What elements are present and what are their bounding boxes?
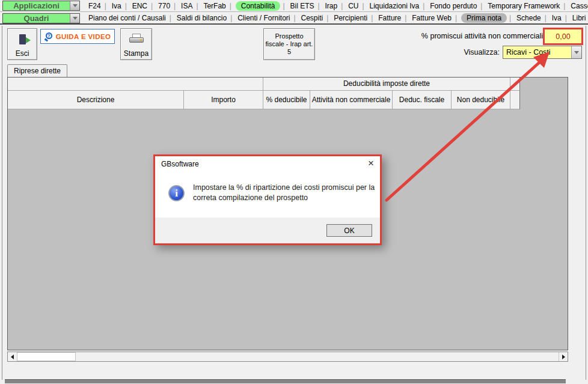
magnifier-question-icon: ? xyxy=(44,32,53,41)
header-group-deducibilita: Deducibilità imposte dirette xyxy=(263,78,510,91)
menu-tabs-row2: Piano dei conti / Causali Saldi di bilan… xyxy=(80,13,588,23)
scroll-right-arrow-icon[interactable] xyxy=(559,352,568,361)
menu-tab-isa[interactable]: ISA xyxy=(180,1,194,11)
visualizza-label: Visualizza: xyxy=(454,48,500,56)
gbsoftware-message-dialog: GBsoftware × i Impostare la % di riparti… xyxy=(153,154,382,245)
menu-tab-fatture[interactable]: Fatture xyxy=(377,13,402,23)
promiscui-percent-field[interactable]: 0,00 xyxy=(543,28,583,45)
dialog-footer: OK xyxy=(155,218,380,243)
window-border-left xyxy=(2,26,2,380)
table-header: Deducibilità imposte dirette Descrizione… xyxy=(8,78,520,109)
menu-tabs-row1: F24 Iva ENC 770 ISA TerFab Contabilità B… xyxy=(80,1,588,11)
header-filler-cell xyxy=(510,78,520,91)
menu-tab-schede[interactable]: Schede xyxy=(515,13,542,23)
guida-label: GUIDA E VIDEO xyxy=(56,33,111,40)
stampa-button[interactable]: Stampa xyxy=(120,28,152,60)
menu-row-quadri: Quadri Piano dei conti / Causali Saldi d… xyxy=(0,13,588,25)
menu-tab-terfab[interactable]: TerFab xyxy=(202,1,227,11)
info-icon: i xyxy=(168,185,185,201)
chevron-down-icon[interactable] xyxy=(70,1,79,10)
menu-row-applicazioni: Applicazioni F24 Iva ENC 770 ISA TerFab … xyxy=(0,0,588,12)
printer-icon xyxy=(121,29,152,49)
exit-door-icon xyxy=(8,29,37,49)
menu-tab-fondo-perduto[interactable]: Fondo perduto xyxy=(429,1,478,11)
header-filler-cell xyxy=(510,91,520,109)
window-border-right xyxy=(586,26,586,380)
menu-tab-cassetto-fiscale[interactable]: Cassetto fisc xyxy=(569,1,588,11)
column-header-perc-deducibile: % deducibile xyxy=(263,91,310,109)
menu-tab-temporary-framework[interactable]: Temporary Framework xyxy=(486,1,561,11)
menu-tab-iva2[interactable]: Iva xyxy=(551,13,563,23)
visualizza-selected-value: Ricavi - Costi xyxy=(503,48,571,56)
ok-button[interactable]: OK xyxy=(326,224,372,237)
menu-tab-iva[interactable]: Iva xyxy=(111,1,123,11)
column-header-descrizione: Descrizione xyxy=(8,91,184,109)
menu-tab-liquidazioni-iva[interactable]: Liquidazioni Iva xyxy=(369,1,421,11)
scrollbar-thumb[interactable] xyxy=(17,352,76,361)
visualizza-dropdown[interactable]: Ricavi - Costi xyxy=(503,46,582,59)
quadri-select[interactable]: Quadri xyxy=(2,13,80,23)
app-window: Applicazioni F24 Iva ENC 770 ISA TerFab … xyxy=(0,0,588,384)
menu-tab-enc[interactable]: ENC xyxy=(131,1,149,11)
esci-button[interactable]: Esci xyxy=(7,28,37,60)
applicazioni-select[interactable]: Applicazioni xyxy=(2,1,80,11)
horizontal-scrollbar[interactable] xyxy=(7,352,568,362)
dialog-body: i Impostare la % di ripartizione dei cos… xyxy=(155,172,380,219)
menu-tab-libri[interactable]: Libri xyxy=(571,13,587,23)
menu-tab-contabilita[interactable]: Contabilità xyxy=(236,1,281,11)
quadri-label: Quadri xyxy=(3,14,70,23)
menu-tab-f24[interactable]: F24 xyxy=(87,1,102,11)
menu-tab-bil-ets[interactable]: Bil ETS xyxy=(289,1,315,11)
header-spacer-cell xyxy=(8,78,263,91)
chevron-down-icon[interactable] xyxy=(70,14,79,23)
menu-tab-fatture-web[interactable]: Fatture Web xyxy=(411,13,453,23)
menu-tab-cespiti[interactable]: Cespiti xyxy=(300,13,325,23)
menu-tab-cu[interactable]: CU xyxy=(347,1,360,11)
close-icon[interactable]: × xyxy=(368,157,374,169)
menu-tab-piano-dei-conti[interactable]: Piano dei conti / Causali xyxy=(87,13,167,23)
chevron-down-icon[interactable] xyxy=(571,46,581,58)
window-bottom-bar xyxy=(5,379,566,383)
menu-tab-saldi-di-bilancio[interactable]: Saldi di bilancio xyxy=(176,13,228,23)
promiscui-percent-label: % promiscui attività non commerciali xyxy=(302,32,543,40)
column-header-non-deducibile: Non deducibile xyxy=(452,91,510,109)
stampa-label: Stampa xyxy=(124,49,149,58)
menu-tab-770[interactable]: 770 xyxy=(157,1,171,11)
tab-riprese-dirette[interactable]: Riprese dirette xyxy=(7,64,67,77)
menu-tab-clienti-fornitori[interactable]: Clienti / Fornitori xyxy=(236,13,291,23)
menu-tab-percipienti[interactable]: Percipienti xyxy=(332,13,369,23)
toolbar: Esci ? GUIDA E VIDEO Stampa Prospetto fi… xyxy=(0,26,588,62)
menu-tab-prima-nota[interactable]: Prima nota xyxy=(461,13,507,23)
promiscui-percent-value: 0,00 xyxy=(556,32,570,41)
column-header-deduc-fiscale: Deduc. fiscale xyxy=(393,91,452,109)
guida-e-video-button[interactable]: ? GUIDA E VIDEO xyxy=(40,29,115,44)
dialog-titlebar[interactable]: GBsoftware × xyxy=(155,156,380,172)
dialog-title: GBsoftware xyxy=(161,160,199,168)
menu-tab-irap[interactable]: Irap xyxy=(324,1,339,11)
column-header-attivita-non-commerciale: Attività non commerciale xyxy=(310,91,393,109)
esci-label: Esci xyxy=(16,49,29,58)
column-header-importo: Importo xyxy=(184,91,263,109)
scroll-left-arrow-icon[interactable] xyxy=(8,352,17,361)
dialog-message: Impostare la % di ripartizione dei costi… xyxy=(193,183,378,203)
applicazioni-label: Applicazioni xyxy=(3,1,70,10)
